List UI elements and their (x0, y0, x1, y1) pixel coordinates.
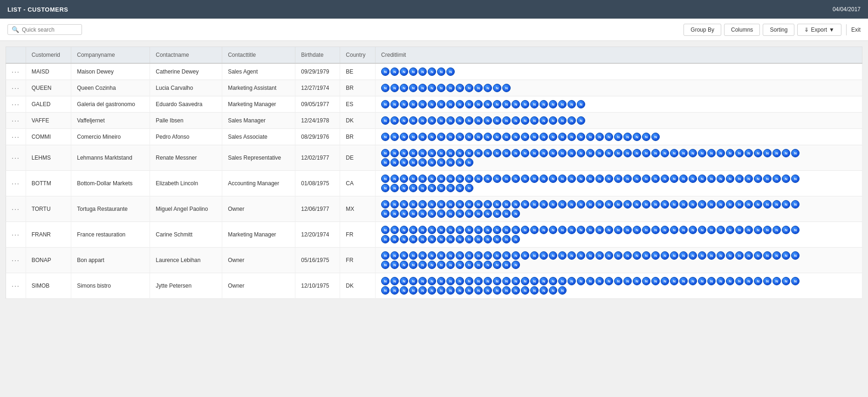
credit-dot: N (418, 251, 427, 260)
row-menu-cell[interactable]: ··· (6, 145, 26, 171)
credit-dot: N (493, 175, 501, 183)
row-menu-cell[interactable]: ··· (6, 129, 26, 145)
credit-dot: N (745, 175, 753, 183)
cell-birthdate: 12/06/1977 (295, 196, 340, 222)
credit-dot: N (446, 226, 455, 234)
credit-dot: N (558, 116, 567, 125)
credit-dot: N (512, 235, 520, 243)
credit-dot: N (428, 277, 436, 285)
credit-dot: N (595, 251, 604, 260)
credit-dot: N (707, 149, 716, 157)
cell-contactname: Elizabeth Lincoln (150, 171, 222, 196)
credit-dot: N (558, 277, 567, 285)
credit-dot: N (772, 226, 781, 234)
credit-dot: N (670, 226, 678, 234)
credit-dot: N (791, 251, 800, 260)
credit-dot: N (465, 261, 473, 269)
credit-dot: N (577, 226, 585, 234)
credit-dot: N (754, 200, 762, 209)
credit-dot: N (446, 67, 455, 76)
cell-creditlimit: NNNNNNNNNNNNNN (376, 80, 862, 96)
group-by-button[interactable]: Group By (683, 24, 721, 36)
row-menu-icon[interactable]: ··· (12, 205, 20, 213)
credit-dot: N (651, 251, 660, 260)
export-button[interactable]: ⇓ Export ▼ (797, 24, 841, 36)
credit-dot: N (614, 277, 622, 285)
row-menu-icon[interactable]: ··· (12, 68, 20, 75)
credit-dot: N (465, 286, 473, 295)
credit-dot: N (502, 116, 511, 125)
credit-dot: N (437, 286, 445, 295)
row-menu-cell[interactable]: ··· (6, 196, 26, 222)
credit-dot: N (493, 149, 501, 157)
credit-dot: N (381, 235, 390, 243)
row-menu-cell[interactable]: ··· (6, 248, 26, 273)
credit-dot: N (698, 175, 706, 183)
credit-dot: N (390, 175, 399, 183)
row-menu-icon[interactable]: ··· (12, 154, 20, 161)
credit-dot: N (651, 277, 660, 285)
credit-dot: N (605, 251, 613, 260)
row-menu-cell[interactable]: ··· (6, 113, 26, 129)
credit-dot: N (418, 184, 427, 192)
columns-button[interactable]: Columns (724, 24, 760, 36)
row-menu-icon[interactable]: ··· (12, 84, 20, 92)
row-menu-cell[interactable]: ··· (6, 273, 26, 299)
row-menu-icon[interactable]: ··· (12, 231, 20, 238)
row-menu-icon[interactable]: ··· (12, 282, 20, 289)
row-menu-icon[interactable]: ··· (12, 256, 20, 264)
credit-dot: N (456, 209, 464, 218)
table-row: ··· BOTTM Bottom-Dollar Markets Elizabet… (6, 171, 862, 196)
credit-dot: N (381, 175, 390, 183)
row-menu-cell[interactable]: ··· (6, 63, 26, 80)
credit-dot: N (540, 226, 548, 234)
row-menu-cell[interactable]: ··· (6, 80, 26, 96)
credit-dot: N (465, 200, 473, 209)
credit-dot: N (493, 133, 501, 141)
credit-dot: N (605, 277, 613, 285)
row-menu-icon[interactable]: ··· (12, 101, 20, 108)
credit-dot: N (679, 175, 688, 183)
row-menu-cell[interactable]: ··· (6, 96, 26, 113)
toolbar-right: Group By Columns Sorting ⇓ Export ▼ Exit (683, 24, 861, 36)
credit-dot: N (446, 286, 455, 295)
credit-dot: N (549, 286, 557, 295)
cell-contacttitle: Sales Manager (222, 113, 295, 129)
credit-dot: N (390, 100, 399, 108)
cell-customerid: FRANR (26, 222, 71, 248)
credit-dot: N (409, 158, 417, 167)
credit-dot: N (772, 200, 781, 209)
row-menu-cell[interactable]: ··· (6, 171, 26, 196)
credit-dots: NNNNNNNNNNNNNNNNNNNNNNNNNNNNNNNNNNNNNNNN… (381, 200, 800, 218)
credit-dot: N (409, 226, 417, 234)
exit-button[interactable]: Exit (851, 27, 861, 33)
credit-dot: N (381, 133, 390, 141)
credit-dot: N (502, 84, 511, 92)
credit-dot: N (474, 200, 483, 209)
cell-contacttitle: Accounting Manager (222, 171, 295, 196)
credit-dots: NNNNNNNNNNNNNNNNNNNNNNNNNNNNNNNNNNNNNNNN… (381, 251, 800, 269)
credit-dot: N (512, 133, 520, 141)
search-box[interactable]: 🔍 (7, 24, 82, 35)
credit-dot: N (456, 175, 464, 183)
cell-birthdate: 12/24/1978 (295, 113, 340, 129)
credit-dot: N (521, 116, 529, 125)
credit-dot: N (484, 175, 492, 183)
row-menu-icon[interactable]: ··· (12, 117, 20, 124)
credit-dot: N (567, 149, 576, 157)
row-menu-icon[interactable]: ··· (12, 133, 20, 141)
cell-customerid: BOTTM (26, 171, 71, 196)
credit-dot: N (558, 226, 567, 234)
credit-dot: N (717, 149, 725, 157)
credit-dot: N (502, 149, 511, 157)
credit-dot: N (465, 235, 473, 243)
credit-dot: N (521, 133, 529, 141)
credit-dot: N (717, 251, 725, 260)
row-menu-icon[interactable]: ··· (12, 180, 20, 187)
search-input[interactable] (22, 27, 78, 33)
cell-customerid: TORTU (26, 196, 71, 222)
credit-dot: N (745, 149, 753, 157)
row-menu-cell[interactable]: ··· (6, 222, 26, 248)
credit-dot: N (772, 149, 781, 157)
sorting-button[interactable]: Sorting (763, 24, 794, 36)
